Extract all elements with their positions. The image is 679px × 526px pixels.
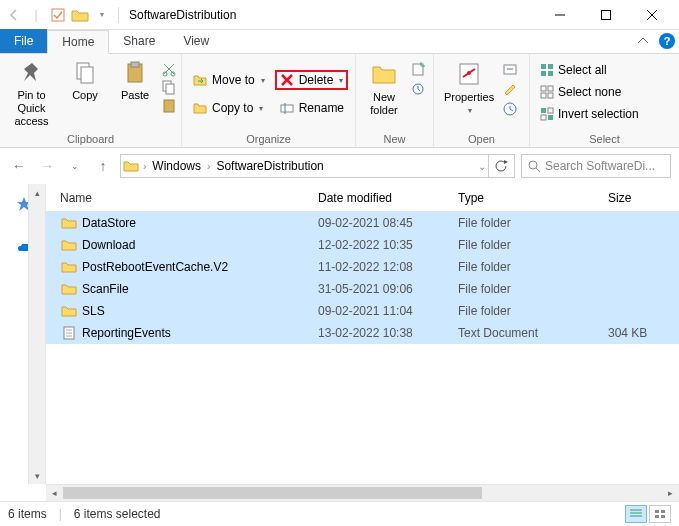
properties-button[interactable]: Properties▾ — [438, 57, 500, 118]
svg-rect-21 — [548, 64, 553, 69]
large-icons-view-button[interactable] — [649, 505, 671, 523]
item-date: 13-02-2022 10:38 — [318, 326, 458, 340]
item-date: 31-05-2021 09:06 — [318, 282, 458, 296]
list-item[interactable]: ReportingEvents13-02-2022 10:38Text Docu… — [46, 322, 679, 344]
svg-rect-4 — [81, 67, 93, 83]
details-view-button[interactable] — [625, 505, 647, 523]
list-item[interactable]: SLS09-02-2021 11:04File folder — [46, 300, 679, 322]
breadcrumb-current[interactable]: SoftwareDistribution — [214, 159, 325, 173]
search-icon — [528, 160, 541, 173]
ribbon: Pin to Quick access Copy Paste Clipboard — [0, 54, 679, 148]
column-type[interactable]: Type — [458, 191, 608, 205]
history-icon[interactable] — [502, 101, 518, 117]
folder-icon — [60, 260, 78, 274]
column-size[interactable]: Size — [608, 191, 679, 205]
list-item[interactable]: Download12-02-2022 10:35File folder — [46, 234, 679, 256]
list-item[interactable]: PostRebootEventCache.V211-02-2022 12:08F… — [46, 256, 679, 278]
maximize-button[interactable] — [583, 0, 629, 30]
moveto-icon — [192, 72, 208, 88]
item-type: File folder — [458, 216, 608, 230]
collapse-ribbon-icon[interactable] — [631, 29, 655, 53]
up-button[interactable]: ↑ — [92, 155, 114, 177]
item-type: File folder — [458, 282, 608, 296]
rename-button[interactable]: Rename — [275, 98, 348, 118]
sidebar-scrollbar[interactable]: ▴ ▾ — [28, 184, 45, 484]
svg-rect-27 — [548, 93, 553, 98]
copy-path-icon[interactable] — [161, 79, 177, 95]
new-folder-icon — [369, 59, 399, 89]
chevron-down-icon[interactable]: ⌄ — [478, 161, 486, 172]
svg-rect-20 — [541, 64, 546, 69]
invert-selection-button[interactable]: Invert selection — [536, 105, 643, 123]
folder-icon — [60, 282, 78, 296]
copy-to-button[interactable]: Copy to▾ — [188, 98, 269, 118]
navigation-pane[interactable]: ▴ ▾ — [0, 184, 46, 484]
column-name[interactable]: Name — [60, 191, 318, 205]
tab-home[interactable]: Home — [47, 30, 109, 54]
paste-icon — [121, 59, 149, 87]
main-content: ▴ ▾ Name Date modified Type Size DataSto… — [0, 184, 679, 484]
tab-file[interactable]: File — [0, 29, 47, 53]
open-icon[interactable] — [502, 61, 518, 77]
paste-shortcut-icon[interactable] — [161, 97, 177, 113]
move-to-button[interactable]: Move to▾ — [188, 70, 269, 90]
search-input[interactable]: Search SoftwareDi... — [521, 154, 671, 178]
close-button[interactable] — [629, 0, 675, 30]
scroll-thumb[interactable] — [63, 487, 482, 499]
item-date: 12-02-2022 10:35 — [318, 238, 458, 252]
svg-rect-29 — [548, 108, 553, 113]
address-bar[interactable]: › Windows › SoftwareDistribution ⌄ — [120, 154, 489, 178]
scroll-down-icon[interactable]: ▾ — [29, 467, 45, 484]
scroll-up-icon[interactable]: ▴ — [29, 184, 45, 201]
status-selected-count: 6 items selected — [74, 507, 161, 521]
cut-icon[interactable] — [161, 61, 177, 77]
refresh-button[interactable] — [489, 154, 515, 178]
qat-back-icon[interactable] — [4, 5, 24, 25]
list-item[interactable]: ScanFile31-05-2021 09:06File folder — [46, 278, 679, 300]
horizontal-scrollbar[interactable]: ◂ ▸ — [46, 484, 679, 501]
svg-rect-30 — [541, 115, 546, 120]
item-type: File folder — [458, 260, 608, 274]
folder-icon — [60, 216, 78, 230]
minimize-button[interactable] — [537, 0, 583, 30]
paste-button[interactable]: Paste — [111, 57, 159, 104]
qat-separator — [118, 7, 119, 23]
rename-icon — [279, 100, 295, 116]
pin-quick-access-button[interactable]: Pin to Quick access — [4, 57, 59, 131]
chevron-right-icon[interactable]: › — [143, 161, 146, 172]
pin-icon — [18, 59, 46, 87]
select-all-button[interactable]: Select all — [536, 61, 643, 79]
group-clipboard-label: Clipboard — [4, 131, 177, 147]
ribbon-tabs: File Home Share View ? — [0, 30, 679, 54]
qat-dropdown-icon[interactable]: ▾ — [92, 5, 112, 25]
edit-icon[interactable] — [502, 81, 518, 97]
scroll-right-icon[interactable]: ▸ — [662, 488, 679, 498]
select-none-button[interactable]: Select none — [536, 83, 643, 101]
new-item-icon[interactable] — [410, 61, 426, 77]
column-date[interactable]: Date modified — [318, 191, 458, 205]
group-select-label: Select — [534, 131, 675, 147]
chevron-right-icon[interactable]: › — [207, 161, 210, 172]
easy-access-icon[interactable] — [410, 81, 426, 97]
item-name: SLS — [78, 304, 318, 318]
back-button[interactable]: ← — [8, 155, 30, 177]
group-new-label: New — [360, 131, 429, 147]
list-item[interactable]: DataStore09-02-2021 08:45File folder — [46, 212, 679, 234]
svg-rect-23 — [548, 71, 553, 76]
svg-rect-31 — [548, 115, 553, 120]
help-button[interactable]: ? — [655, 29, 679, 53]
qat-check-icon[interactable] — [48, 5, 68, 25]
qat-folder-icon[interactable] — [70, 5, 90, 25]
tab-view[interactable]: View — [169, 29, 223, 53]
scroll-left-icon[interactable]: ◂ — [46, 488, 63, 498]
tab-share[interactable]: Share — [109, 29, 169, 53]
delete-button[interactable]: Delete▾ — [275, 70, 348, 90]
new-folder-button[interactable]: New folder — [360, 57, 408, 119]
recent-locations-button[interactable]: ⌄ — [64, 155, 86, 177]
forward-button[interactable]: → — [36, 155, 58, 177]
folder-icon — [60, 304, 78, 318]
copy-button[interactable]: Copy — [61, 57, 109, 104]
item-name: Download — [78, 238, 318, 252]
breadcrumb-windows[interactable]: Windows — [150, 159, 203, 173]
item-name: PostRebootEventCache.V2 — [78, 260, 318, 274]
